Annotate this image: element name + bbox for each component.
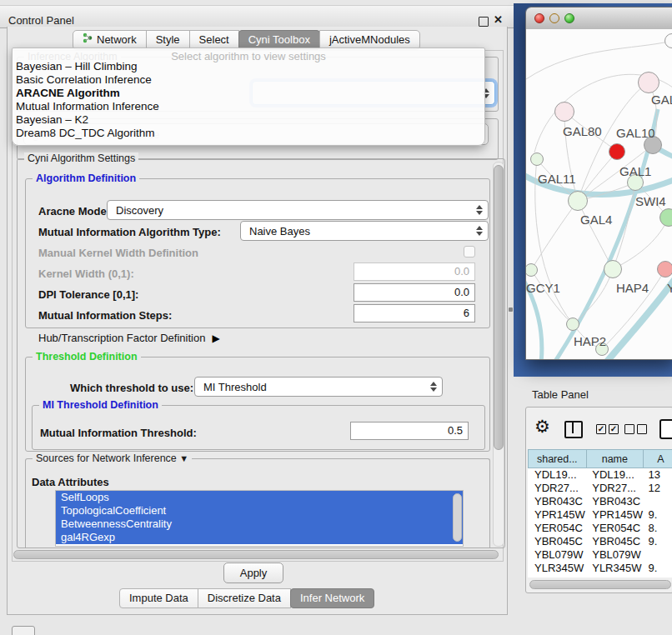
checked-box-icon: ✓ bbox=[596, 424, 606, 434]
panel-splitter-handle[interactable] bbox=[509, 308, 513, 312]
close-traffic-light-icon[interactable] bbox=[534, 13, 544, 23]
node-gcy1[interactable] bbox=[526, 263, 538, 277]
settings-horizontal-scrollbar[interactable] bbox=[13, 550, 499, 559]
node-swi4[interactable] bbox=[659, 208, 672, 227]
tab-label: Cyni Toolbox bbox=[248, 31, 310, 49]
attributes-scrollbar-thumb[interactable] bbox=[453, 493, 462, 542]
attr-item-gal4rgexp[interactable]: gal4RGexp bbox=[56, 531, 463, 544]
algorithm-definition-title: Algorithm Definition bbox=[33, 172, 139, 184]
node-top-partial[interactable] bbox=[664, 33, 672, 48]
manual-kernel-checkbox[interactable] bbox=[464, 246, 475, 258]
cyni-bottom-tabbar: Impute DataDiscretize DataInfer Network bbox=[120, 588, 374, 608]
float-window-icon[interactable] bbox=[479, 17, 489, 27]
kernel-width-field[interactable]: 0.0 bbox=[354, 262, 475, 281]
settings-vertical-scrollbar-thumb[interactable] bbox=[494, 165, 504, 450]
apply-button[interactable]: Apply bbox=[223, 562, 283, 583]
table-horizontal-scrollbar[interactable] bbox=[529, 580, 671, 589]
column-header-shared[interactable]: shared... bbox=[528, 449, 587, 468]
network-canvas[interactable]: GALGAL80GAL10GAL11GAL1SWI4GAL4GCY1HAP4YH… bbox=[526, 29, 672, 360]
algo-item-mutual-information-inference[interactable]: Mutual Information Inference bbox=[16, 100, 479, 113]
algo-item-bayesian-k2[interactable]: Bayesian – K2 bbox=[16, 113, 479, 127]
tab-discretize-data[interactable]: Discretize Data bbox=[198, 588, 291, 608]
table-row[interactable]: YBR043CYBR043C bbox=[528, 495, 672, 508]
manual-kernel-label: Manual Kernel Width Definition bbox=[38, 247, 198, 259]
settings-vertical-scrollbar[interactable] bbox=[493, 162, 504, 547]
table-row[interactable]: YER054CYER054C8. bbox=[528, 522, 672, 535]
expanded-arrow-icon[interactable]: ▼ bbox=[179, 453, 188, 463]
cell: YBR043C bbox=[586, 495, 644, 508]
node-gal11[interactable] bbox=[530, 152, 544, 166]
algo-item-bayesian-hill-climbing[interactable]: Bayesian – Hill Climbing bbox=[16, 60, 479, 73]
column-header-a[interactable]: A bbox=[643, 449, 672, 468]
node-red[interactable] bbox=[609, 143, 625, 160]
node-label-gal4: GAL4 bbox=[580, 212, 612, 227]
aracne-mode-combo[interactable]: Discovery bbox=[107, 200, 489, 220]
cell: YIL052C bbox=[528, 575, 586, 578]
select-all-columns-icon[interactable]: ✓ ✓ bbox=[596, 424, 619, 434]
kernel-width-label: Kernel Width (0,1): bbox=[38, 268, 134, 280]
mi-algorithm-type-combo[interactable]: Naive Bayes bbox=[240, 221, 489, 241]
network-window-titlebar[interactable] bbox=[526, 8, 672, 30]
cell: YLR345W bbox=[528, 562, 586, 575]
algo-item-basic-correlation-inference[interactable]: Basic Correlation Inference bbox=[16, 73, 479, 87]
node-hap2[interactable] bbox=[566, 318, 579, 331]
node-hap4[interactable] bbox=[604, 260, 622, 278]
node-gal4[interactable] bbox=[568, 191, 588, 211]
cell: YDR27... bbox=[586, 482, 644, 495]
attr-item-selfloops[interactable]: SelfLoops bbox=[56, 491, 463, 504]
tab-label: Style bbox=[156, 31, 180, 49]
attributes-scrollbar[interactable] bbox=[453, 492, 462, 545]
cell: YDR27... bbox=[528, 482, 586, 495]
deselect-all-columns-icon[interactable] bbox=[624, 424, 647, 434]
tab-label: Discretize Data bbox=[208, 589, 281, 608]
hub-transcription-factor-toggle[interactable]: Hub/Transcription Factor Definition ▶ bbox=[38, 332, 220, 344]
node-table: shared...nameA YDL19...YDL19...13YDR27..… bbox=[528, 449, 672, 578]
mi-steps-label: Mutual Information Steps: bbox=[38, 309, 172, 322]
algo-item-dream8-dc-tdc-algorithm[interactable]: Dream8 DC_TDC Algorithm bbox=[16, 127, 479, 140]
attr-item-topologicalcoefficient[interactable]: TopologicalCoefficient bbox=[56, 504, 463, 518]
table-row[interactable]: YDR27...YDR27...12 bbox=[528, 482, 672, 495]
minimized-window-icon[interactable] bbox=[12, 626, 35, 635]
zoom-traffic-light-icon[interactable] bbox=[564, 13, 574, 23]
attr-item-betweennesscentrality[interactable]: BetweennessCentrality bbox=[56, 518, 463, 531]
columns-icon[interactable] bbox=[564, 421, 583, 438]
sources-title-text: Sources for Network Inference bbox=[36, 452, 177, 464]
unchecked-box-icon bbox=[637, 424, 647, 434]
table-row[interactable]: YBL079WYBL079W bbox=[528, 548, 672, 562]
mi-algorithm-type-label: Mutual Information Algorithm Type: bbox=[38, 226, 221, 238]
column-header-name[interactable]: name bbox=[586, 449, 644, 468]
table-row[interactable]: YPR145WYPR145W9. bbox=[528, 508, 672, 522]
sources-group-title: Sources for Network Inference ▼ bbox=[33, 452, 192, 464]
cell: 9. bbox=[644, 535, 672, 548]
network-icon bbox=[83, 31, 93, 49]
which-threshold-combo[interactable]: MI Threshold bbox=[194, 377, 443, 397]
stepper-arrows-icon bbox=[475, 205, 483, 215]
which-threshold-label: Which threshold to use: bbox=[70, 382, 193, 394]
node-gal80[interactable] bbox=[554, 102, 574, 122]
mi-steps-field[interactable]: 6 bbox=[354, 304, 475, 322]
data-attributes-label: Data Attributes bbox=[32, 476, 109, 488]
node-label-gal10: GAL10 bbox=[616, 126, 655, 140]
tab-infer-network[interactable]: Infer Network bbox=[290, 588, 374, 608]
mi-threshold-field[interactable]: 0.5 bbox=[350, 422, 469, 440]
dpi-tolerance-field[interactable]: 0.0 bbox=[354, 283, 475, 302]
node-gal-pink[interactable] bbox=[638, 72, 659, 93]
gear-icon[interactable]: ⚙ bbox=[534, 418, 550, 435]
node-label-gal1: GAL1 bbox=[619, 164, 651, 178]
minimize-traffic-light-icon[interactable] bbox=[549, 13, 559, 23]
node-salmon[interactable] bbox=[657, 261, 672, 278]
table-row[interactable]: YIL052CYIL052C9 bbox=[528, 575, 672, 578]
tab-impute-data[interactable]: Impute Data bbox=[119, 588, 198, 608]
node-label-hap2: HAP2 bbox=[574, 334, 606, 348]
table-row[interactable]: YDL19...YDL19...13 bbox=[528, 468, 672, 482]
mi-algorithm-type-value: Naive Bayes bbox=[249, 225, 310, 238]
cell: YBL079W bbox=[586, 548, 644, 562]
export-table-icon[interactable] bbox=[659, 419, 672, 439]
table-row[interactable]: YBR045CYBR045C9. bbox=[528, 535, 672, 548]
cell: YBR045C bbox=[586, 535, 644, 548]
close-icon[interactable]: ✕ bbox=[494, 13, 503, 26]
algo-item-aracne-algorithm[interactable]: ARACNE Algorithm bbox=[16, 87, 479, 100]
algorithm-select-popup: Select algorithm to view settings Bayesi… bbox=[12, 48, 485, 146]
cell: YLR345W bbox=[586, 562, 644, 575]
table-row[interactable]: YLR345WYLR345W9. bbox=[528, 562, 672, 575]
